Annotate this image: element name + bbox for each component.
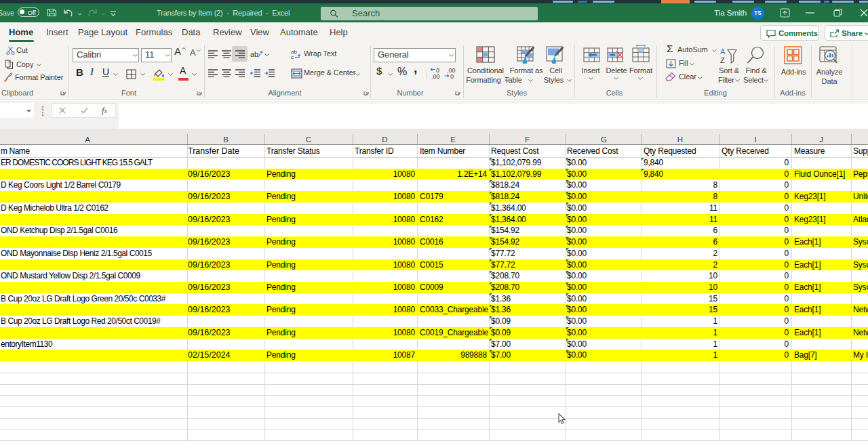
svg-text:Z: Z — [720, 56, 725, 64]
svg-text:A: A — [720, 47, 726, 56]
svg-text:.00: .00 — [431, 73, 440, 79]
svg-text:c: c — [291, 54, 294, 60]
svg-text:ab: ab — [250, 50, 258, 58]
svg-text:0: 0 — [450, 73, 454, 79]
